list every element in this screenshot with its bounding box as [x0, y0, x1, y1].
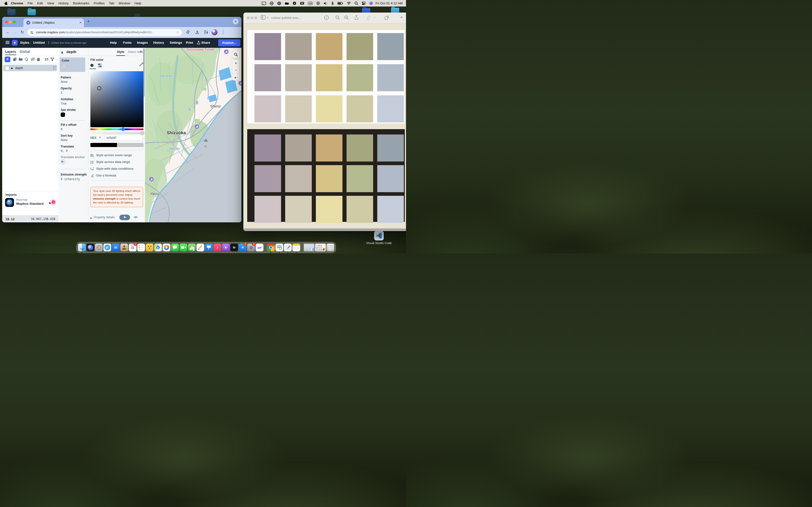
- control-center-icon[interactable]: [362, 1, 366, 6]
- menu-item-window[interactable]: Window: [116, 1, 132, 5]
- site-settings-icon[interactable]: [30, 31, 34, 34]
- field-opacity-label[interactable]: Opacity: [61, 87, 87, 90]
- layer-row-depth[interactable]: depth: [3, 65, 57, 71]
- dock-safari[interactable]: [103, 243, 111, 251]
- field-emissive-label[interactable]: Emissive strength: [61, 173, 87, 176]
- volume-icon[interactable]: [323, 1, 328, 6]
- hex-format-label[interactable]: HEX: [90, 136, 96, 139]
- tab-global[interactable]: Global: [19, 50, 30, 54]
- duplicate-layer-icon[interactable]: [13, 57, 17, 61]
- breadcrumb-style-name[interactable]: Untitled: [33, 41, 45, 44]
- sidebar-chevron-icon[interactable]: ∨: [267, 16, 268, 18]
- hue-slider-knob[interactable]: [121, 127, 125, 131]
- dock-pages[interactable]: [197, 243, 204, 251]
- property-details-caret-icon[interactable]: ▶: [90, 217, 92, 219]
- add-layer-button[interactable]: +: [5, 56, 10, 62]
- field-antialias-value[interactable]: True: [61, 102, 87, 105]
- basemap-thumbnail[interactable]: [5, 198, 14, 207]
- dock-textedit[interactable]: [284, 243, 292, 251]
- import-name[interactable]: Mapbox Standard: [16, 202, 44, 206]
- field-zoffset-value[interactable]: 0: [61, 127, 87, 131]
- dock-keynote[interactable]: [205, 243, 213, 251]
- hex-value-input[interactable]: #c5cfd7: [104, 135, 143, 140]
- basemap-edit-indicator[interactable]: [50, 199, 56, 206]
- info-icon[interactable]: [324, 15, 329, 20]
- input-source-icon[interactable]: US: [308, 1, 313, 6]
- nav-print[interactable]: Print: [186, 41, 193, 44]
- desktop-folder-icon[interactable]: [7, 9, 15, 15]
- dock-podcasts[interactable]: [222, 243, 230, 251]
- chrome-menu-icon[interactable]: ⋮: [221, 30, 225, 35]
- filter-icon[interactable]: [51, 57, 54, 61]
- stroke-color-swatch[interactable]: [61, 113, 65, 117]
- desktop-folder-icon[interactable]: [28, 9, 36, 15]
- solid-color-mode-icon[interactable]: [90, 64, 94, 67]
- field-emissive-value[interactable]: 0 intensity: [61, 177, 87, 181]
- dock-notes[interactable]: [292, 243, 300, 251]
- group-layers-icon[interactable]: [18, 57, 23, 61]
- spotlight-icon[interactable]: [355, 1, 358, 6]
- close-panel-icon[interactable]: ×: [140, 49, 142, 54]
- dock-finder[interactable]: [78, 243, 86, 251]
- field-sortkey-label[interactable]: Sort key: [61, 134, 87, 137]
- style-options-icon[interactable]: ⋮: [47, 41, 50, 44]
- close-window-button[interactable]: [247, 16, 250, 19]
- alpha-slider[interactable]: [90, 132, 144, 134]
- dock-messages[interactable]: [171, 243, 179, 251]
- layer-checkbox[interactable]: [5, 66, 9, 70]
- field-pattern-label[interactable]: Pattern: [61, 76, 87, 79]
- close-window-button[interactable]: [5, 20, 8, 23]
- nordvpn-icon[interactable]: [270, 1, 273, 6]
- minimize-window-button[interactable]: [9, 20, 12, 23]
- share-label[interactable]: Share: [201, 41, 210, 44]
- back-button[interactable]: ←: [6, 30, 10, 35]
- geforce-icon[interactable]: G: [277, 1, 281, 6]
- nav-settings[interactable]: Settings: [170, 41, 182, 44]
- minimize-window-button[interactable]: [251, 16, 254, 19]
- field-opacity-value[interactable]: 1: [61, 91, 87, 95]
- rotate-icon[interactable]: [384, 15, 389, 20]
- extensions-icon[interactable]: [186, 30, 190, 34]
- dock-settings[interactable]: ⚙1: [247, 243, 255, 251]
- field-zoffset-label[interactable]: Fill z offset: [61, 123, 87, 126]
- sidebar-icon[interactable]: [261, 15, 266, 19]
- tab-layers[interactable]: Layers: [5, 50, 16, 54]
- dock-numbers[interactable]: [188, 243, 196, 251]
- mapbox-logo[interactable]: [12, 40, 18, 46]
- zoom-window-button[interactable]: [13, 20, 16, 23]
- menubar-clock[interactable]: Fri Oct 31 4:12 AM: [375, 1, 403, 5]
- field-color[interactable]: Color: [60, 57, 85, 72]
- component-mode-icon[interactable]: [98, 63, 103, 68]
- current-color-swatch[interactable]: [117, 143, 144, 147]
- eyedropper-icon[interactable]: [139, 62, 144, 67]
- dock-reminders[interactable]: [137, 243, 145, 251]
- dock-freeform[interactable]: [256, 243, 263, 251]
- dock-window-finder[interactable]: [304, 243, 314, 251]
- dock-music[interactable]: ♪: [213, 243, 221, 251]
- battery-icon[interactable]: [337, 1, 343, 6]
- tab-style[interactable]: Style: [117, 50, 124, 54]
- property-details-label[interactable]: Property details: [94, 216, 115, 219]
- dock-appstore[interactable]: A4: [239, 243, 247, 251]
- previous-color-swatch[interactable]: [90, 143, 117, 147]
- nav-images[interactable]: Images: [137, 41, 148, 44]
- menu-item-view[interactable]: View: [45, 1, 56, 5]
- download-icon[interactable]: [195, 30, 199, 34]
- dock-chrome[interactable]: [267, 243, 275, 251]
- menu-item-edit[interactable]: Edit: [35, 1, 45, 5]
- hamburger-menu-icon[interactable]: [6, 41, 9, 42]
- dock-mail[interactable]: ✉: [112, 243, 120, 251]
- field-pattern-value[interactable]: None: [61, 80, 87, 83]
- siri-icon[interactable]: [369, 1, 373, 6]
- apple-menu-icon[interactable]: [4, 1, 8, 5]
- hex-format-caret-icon[interactable]: ▼: [99, 136, 101, 138]
- more-toolbar-icon[interactable]: »: [400, 15, 403, 19]
- color-picker-handle[interactable]: [97, 86, 101, 90]
- zoom-in-button[interactable]: +: [233, 60, 239, 67]
- zoom-out-icon[interactable]: [335, 15, 340, 20]
- share-icon[interactable]: [197, 41, 200, 45]
- reload-button[interactable]: ↻: [20, 30, 24, 35]
- map-canvas[interactable]: Tozurasawa TunnelAbe RiverShimizShizuoka…: [145, 48, 242, 222]
- menu-item-bookmarks[interactable]: Bookmarks: [71, 1, 92, 5]
- dock-trash[interactable]: [326, 243, 334, 251]
